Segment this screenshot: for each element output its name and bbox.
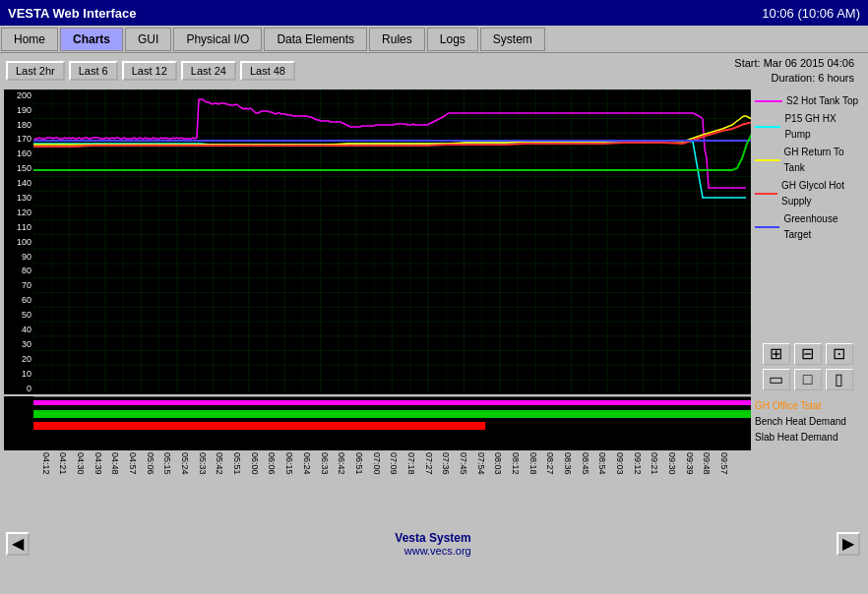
legend-gh-return: GH Return To Tank (755, 145, 860, 176)
last-24-button[interactable]: Last 24 (181, 61, 236, 81)
vesta-url: www.vecs.org (395, 545, 470, 557)
x-label: 06:00 (250, 452, 260, 475)
x-label: 09:48 (702, 452, 712, 475)
x-label: 05:42 (215, 452, 224, 475)
legend-p15: P15 GH HX Pump (755, 111, 860, 143)
x-label: 09:57 (719, 452, 729, 475)
x-label: 05:15 (162, 452, 172, 475)
x-label: 09:03 (615, 452, 625, 475)
chart-duration: Duration: 6 hours (734, 71, 854, 86)
app-title: VESTA Web Interface (8, 6, 137, 21)
binary-chart-area: GH Office Tstat Bench Heat Demand Slab H… (0, 396, 868, 450)
x-label: 09:39 (685, 452, 695, 475)
x-label: 07:54 (476, 452, 486, 475)
nav-system[interactable]: System (480, 28, 545, 51)
chart-legend: S2 Hot Tank Top P15 GH HX Pump GH Return… (751, 89, 864, 247)
last-2hr-button[interactable]: Last 2hr (6, 61, 65, 81)
svg-rect-64 (33, 400, 751, 405)
binary-chart-svg (33, 396, 751, 450)
nav-home[interactable]: Home (1, 28, 58, 51)
x-label: 05:51 (232, 452, 242, 475)
legend-gh-glycol: GH Glycol Hot Supply (755, 178, 860, 209)
x-label: 08:03 (493, 452, 503, 475)
icon-btn-2[interactable]: ⊟ (794, 343, 822, 365)
x-axis: 03/06 04:06AM04:1204:2104:3004:3904:4804… (33, 450, 751, 529)
x-label: 05:24 (180, 452, 190, 475)
x-label: 08:45 (581, 452, 590, 475)
nav-gui[interactable]: GUI (125, 28, 171, 51)
svg-rect-66 (33, 422, 485, 430)
x-label: 09:12 (633, 452, 643, 475)
binary-y-axis (4, 396, 33, 450)
nav-physical-io[interactable]: Physical I/O (173, 28, 262, 51)
x-label: 04:21 (58, 452, 68, 475)
binary-legend-slab: Slab Heat Demand (755, 430, 860, 446)
x-label: 05:33 (198, 452, 208, 475)
legend-s2-hot: S2 Hot Tank Top (755, 93, 860, 109)
icon-btn-1[interactable]: ⊞ (763, 343, 790, 365)
icon-btn-3[interactable]: ⊡ (826, 343, 853, 365)
binary-legend: GH Office Tstat Bench Heat Demand Slab H… (751, 396, 864, 450)
nav-data-elements[interactable]: Data Elements (264, 28, 367, 51)
chart-info: Start: Mar 06 2015 04:06 Duration: 6 hou… (734, 56, 862, 87)
y-axis: 200 190 180 170 160 150 140 130 120 110 … (4, 89, 33, 394)
prev-arrow-button[interactable]: ◀ (6, 532, 30, 556)
vesta-credit: Vesta System www.vecs.org (395, 531, 470, 557)
x-label: 06:15 (284, 452, 294, 475)
binary-legend-tstat: GH Office Tstat (755, 398, 860, 414)
icon-btn-4[interactable]: ▭ (763, 369, 790, 390)
x-label: 09:21 (650, 452, 659, 475)
main-chart (33, 89, 751, 394)
icon-buttons: ⊞ ⊟ ⊡ ▭ □ ▯ (751, 339, 864, 394)
x-label: 07:45 (459, 452, 468, 475)
x-label: 08:54 (597, 452, 607, 475)
x-axis-area: 03/06 04:06AM04:1204:2104:3004:3904:4804… (0, 450, 868, 529)
x-label: 06:51 (354, 452, 364, 475)
binary-legend-bench: Bench Heat Demand (755, 414, 860, 430)
x-label: 07:00 (372, 452, 382, 475)
x-label: 04:12 (41, 452, 51, 475)
svg-rect-65 (33, 410, 751, 418)
x-label: 04:39 (93, 452, 103, 475)
x-label: 08:27 (545, 452, 555, 475)
x-label: 04:57 (128, 452, 138, 475)
x-label: 07:27 (424, 452, 434, 475)
current-time: 10:06 (10:06 AM) (762, 6, 860, 21)
chart-start: Start: Mar 06 2015 04:06 (734, 56, 854, 71)
title-bar: VESTA Web Interface 10:06 (10:06 AM) (0, 0, 868, 26)
nav-logs[interactable]: Logs (427, 28, 478, 51)
x-label: 04:48 (110, 452, 120, 475)
chart-grid (33, 89, 751, 394)
next-arrow-button[interactable]: ▶ (837, 532, 860, 556)
x-label: 09:30 (667, 452, 677, 475)
nav-bar: Home Charts GUI Physical I/O Data Elemen… (0, 26, 868, 53)
x-label: 06:42 (337, 452, 346, 475)
x-axis-right-spacer (751, 450, 864, 529)
x-label: 06:33 (320, 452, 330, 475)
icon-btn-5[interactable]: □ (794, 369, 822, 390)
x-axis-spacer (4, 450, 33, 529)
x-label: 06:24 (302, 452, 312, 475)
x-label: 07:36 (441, 452, 451, 475)
main-chart-area: 200 190 180 170 160 150 140 130 120 110 … (0, 89, 868, 394)
last-12-button[interactable]: Last 12 (122, 61, 177, 81)
x-label: 07:18 (406, 452, 416, 475)
legend-greenhouse-target: Greenhouse Target (755, 211, 860, 243)
x-label: 08:12 (511, 452, 521, 475)
right-panel: S2 Hot Tank Top P15 GH HX Pump GH Return… (751, 89, 864, 394)
last-48-button[interactable]: Last 48 (240, 61, 295, 81)
x-label: 05:06 (146, 452, 155, 475)
x-label: 06:06 (267, 452, 277, 475)
x-label: 08:36 (563, 452, 573, 475)
x-label: 07:09 (389, 452, 399, 475)
nav-charts[interactable]: Charts (60, 28, 123, 51)
last-6-button[interactable]: Last 6 (69, 61, 118, 81)
vesta-system-label: Vesta System (395, 531, 470, 545)
x-label: 08:18 (528, 452, 538, 475)
x-label: 04:30 (76, 452, 86, 475)
bottom-row: ◀ Vesta System www.vecs.org ▶ (0, 529, 868, 559)
nav-rules[interactable]: Rules (369, 28, 425, 51)
icon-btn-6[interactable]: ▯ (826, 369, 853, 390)
binary-chart (33, 396, 751, 450)
